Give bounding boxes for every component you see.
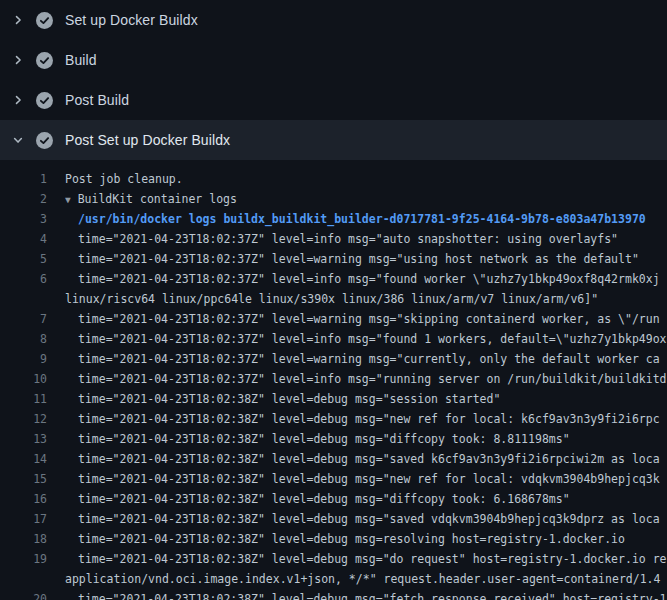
log-line: 16 time="2021-04-23T18:02:38Z" level=deb… <box>0 489 667 509</box>
step-row-post-set-up-docker-buildx[interactable]: Post Set up Docker Buildx <box>0 120 667 160</box>
step-label: Post Build <box>65 92 129 108</box>
log-line-number[interactable]: 10 <box>0 369 47 389</box>
log-line-number[interactable]: 16 <box>0 489 47 509</box>
log-line-number[interactable]: 2 <box>0 189 47 209</box>
log-line-number[interactable]: 13 <box>0 429 47 449</box>
log-line: 4 time="2021-04-23T18:02:37Z" level=info… <box>0 229 667 249</box>
check-circle-icon <box>36 132 53 149</box>
log-line-number[interactable]: 4 <box>0 229 47 249</box>
log-line: 14 time="2021-04-23T18:02:38Z" level=deb… <box>0 449 667 469</box>
log-line-number[interactable]: 3 <box>0 209 47 229</box>
log-line: 9 time="2021-04-23T18:02:37Z" level=warn… <box>0 349 667 369</box>
check-circle-icon <box>36 52 53 69</box>
log-line-wrap: linux/riscv64 linux/ppc64le linux/s390x … <box>0 289 667 309</box>
log-line: 8 time="2021-04-23T18:02:37Z" level=info… <box>0 329 667 349</box>
log-line-text: time="2021-04-23T18:02:37Z" level=info m… <box>47 269 667 289</box>
log-line-number <box>0 569 47 589</box>
chevron-right-icon <box>11 94 24 107</box>
log-line-text: time="2021-04-23T18:02:37Z" level=info m… <box>47 329 667 349</box>
chevron-right-icon <box>11 14 24 27</box>
log-line-text: time="2021-04-23T18:02:38Z" level=debug … <box>47 449 667 469</box>
log-line-text: time="2021-04-23T18:02:38Z" level=debug … <box>47 529 667 549</box>
log-line-text: Post job cleanup. <box>47 169 667 189</box>
log-line: 1 Post job cleanup. <box>0 169 667 189</box>
log-line: 3 /usr/bin/docker logs buildx_buildkit_b… <box>0 209 667 229</box>
log-line-number[interactable]: 12 <box>0 409 47 429</box>
log-line-number[interactable]: 9 <box>0 349 47 369</box>
log-line-number[interactable]: 20 <box>0 589 47 600</box>
step-row-post-build[interactable]: Post Build <box>0 80 667 120</box>
log-line: 20 time="2021-04-23T18:02:38Z" level=deb… <box>0 589 667 600</box>
log-line-text: application/vnd.oci.image.index.v1+json,… <box>47 569 667 589</box>
log-line: 18 time="2021-04-23T18:02:38Z" level=deb… <box>0 529 667 549</box>
actions-log-viewer: Set up Docker Buildx Build Post Build Po… <box>0 0 667 600</box>
log-line-number[interactable]: 8 <box>0 329 47 349</box>
log-group-header[interactable]: ▼ BuildKit container logs <box>47 189 667 209</box>
log-line-number[interactable]: 19 <box>0 549 47 569</box>
log-line-text: time="2021-04-23T18:02:37Z" level=warnin… <box>47 309 667 329</box>
log-line-text: time="2021-04-23T18:02:38Z" level=debug … <box>47 589 667 600</box>
log-line: 11 time="2021-04-23T18:02:38Z" level=deb… <box>0 389 667 409</box>
log-line: 19 time="2021-04-23T18:02:38Z" level=deb… <box>0 549 667 569</box>
log-line: 12 time="2021-04-23T18:02:38Z" level=deb… <box>0 409 667 429</box>
log-line: 7 time="2021-04-23T18:02:37Z" level=warn… <box>0 309 667 329</box>
log-line-number[interactable]: 7 <box>0 309 47 329</box>
log-line-text: time="2021-04-23T18:02:38Z" level=debug … <box>47 389 667 409</box>
log-line-text: time="2021-04-23T18:02:38Z" level=debug … <box>47 469 667 489</box>
log-console[interactable]: 1 Post job cleanup. 2 ▼ BuildKit contain… <box>0 160 667 600</box>
log-line: 2 ▼ BuildKit container logs <box>0 189 667 209</box>
check-circle-icon <box>36 92 53 109</box>
log-line-number <box>0 289 47 309</box>
log-line-text: time="2021-04-23T18:02:38Z" level=debug … <box>47 409 667 429</box>
log-line: 15 time="2021-04-23T18:02:38Z" level=deb… <box>0 469 667 489</box>
log-line: 6 time="2021-04-23T18:02:37Z" level=info… <box>0 269 667 289</box>
log-line-text: time="2021-04-23T18:02:37Z" level=info m… <box>47 369 667 389</box>
log-line-number[interactable]: 6 <box>0 269 47 289</box>
steps-list: Set up Docker Buildx Build Post Build Po… <box>0 0 667 160</box>
chevron-right-icon <box>11 54 24 67</box>
step-row-set-up-docker-buildx[interactable]: Set up Docker Buildx <box>0 0 667 40</box>
log-line-number[interactable]: 11 <box>0 389 47 409</box>
log-line-number[interactable]: 18 <box>0 529 47 549</box>
log-line-text: time="2021-04-23T18:02:37Z" level=warnin… <box>47 349 667 369</box>
log-line-text: time="2021-04-23T18:02:38Z" level=debug … <box>47 509 667 529</box>
log-line-text: time="2021-04-23T18:02:38Z" level=debug … <box>47 549 667 569</box>
log-line-number[interactable]: 14 <box>0 449 47 469</box>
log-line: 13 time="2021-04-23T18:02:38Z" level=deb… <box>0 429 667 449</box>
log-line-wrap: application/vnd.oci.image.index.v1+json,… <box>0 569 667 589</box>
log-line-text: time="2021-04-23T18:02:37Z" level=warnin… <box>47 249 667 269</box>
log-line-text: time="2021-04-23T18:02:37Z" level=info m… <box>47 229 667 249</box>
log-line: 10 time="2021-04-23T18:02:37Z" level=inf… <box>0 369 667 389</box>
chevron-down-icon <box>11 134 24 147</box>
log-line-text: time="2021-04-23T18:02:38Z" level=debug … <box>47 429 667 449</box>
log-line-text: linux/riscv64 linux/ppc64le linux/s390x … <box>47 289 667 309</box>
log-line-number[interactable]: 17 <box>0 509 47 529</box>
log-command-text: /usr/bin/docker logs buildx_buildkit_bui… <box>47 209 667 229</box>
log-line-number[interactable]: 5 <box>0 249 47 269</box>
step-label: Set up Docker Buildx <box>65 12 198 28</box>
step-row-build[interactable]: Build <box>0 40 667 80</box>
check-circle-icon <box>36 12 53 29</box>
log-line: 5 time="2021-04-23T18:02:37Z" level=warn… <box>0 249 667 269</box>
log-line: 17 time="2021-04-23T18:02:38Z" level=deb… <box>0 509 667 529</box>
log-line-text: time="2021-04-23T18:02:38Z" level=debug … <box>47 489 667 509</box>
step-label: Post Set up Docker Buildx <box>65 132 230 148</box>
group-collapse-icon[interactable]: ▼ <box>65 194 71 205</box>
log-line-number[interactable]: 1 <box>0 169 47 189</box>
step-label: Build <box>65 52 97 68</box>
log-line-number[interactable]: 15 <box>0 469 47 489</box>
